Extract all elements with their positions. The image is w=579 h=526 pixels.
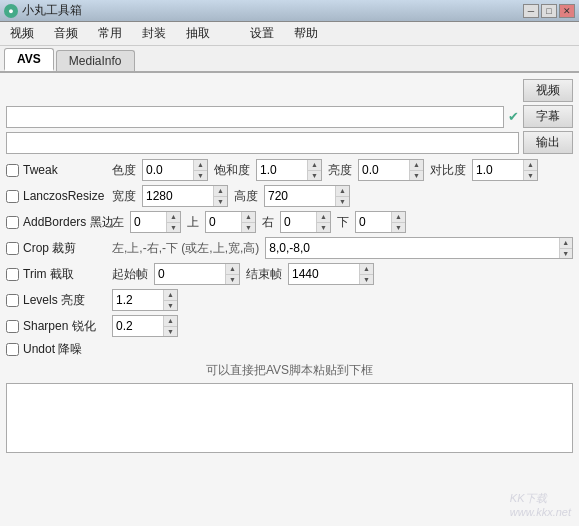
output-button[interactable]: 输出 <box>523 131 573 154</box>
start-frame-spinner[interactable]: ▲ ▼ <box>154 263 240 285</box>
tab-bar: AVS MediaInfo <box>0 46 579 73</box>
avs-script-textarea[interactable] <box>6 383 573 453</box>
minimize-button[interactable]: ─ <box>523 4 539 18</box>
video-button[interactable]: 视频 <box>523 79 573 102</box>
end-frame-spinner[interactable]: ▲ ▼ <box>288 263 374 285</box>
close-button[interactable]: ✕ <box>559 4 575 18</box>
tweak-checkbox[interactable] <box>6 164 19 177</box>
video-path-input[interactable] <box>6 106 504 128</box>
addborders-label: AddBorders 黑边 <box>23 214 123 231</box>
trim-label: Trim 截取 <box>23 266 123 283</box>
window-title: 小丸工具箱 <box>22 2 82 19</box>
crop-value-input[interactable] <box>266 238 558 258</box>
saturation-spinner[interactable]: ▲ ▼ <box>256 159 322 181</box>
end-frame-down[interactable]: ▼ <box>360 275 373 285</box>
left-spinner[interactable]: ▲ ▼ <box>130 211 181 233</box>
bottom-down[interactable]: ▼ <box>392 223 405 233</box>
menu-item-help[interactable]: 帮助 <box>284 22 328 45</box>
hue-input[interactable] <box>143 160 193 180</box>
saturation-input[interactable] <box>257 160 307 180</box>
sharpen-down[interactable]: ▼ <box>164 327 177 337</box>
left-down[interactable]: ▼ <box>167 223 180 233</box>
hue-spinner[interactable]: ▲ ▼ <box>142 159 208 181</box>
sharpen-input[interactable] <box>113 316 163 336</box>
left-up[interactable]: ▲ <box>167 212 180 223</box>
sharpen-row: Sharpen 锐化 ▲ ▼ <box>6 315 573 337</box>
trim-row: Trim 截取 起始帧 ▲ ▼ 结束帧 ▲ ▼ <box>6 263 573 285</box>
menu-item-extract[interactable]: 抽取 <box>176 22 220 45</box>
menu-item-avs[interactable] <box>220 22 240 45</box>
top-down[interactable]: ▼ <box>242 223 255 233</box>
brightness-up[interactable]: ▲ <box>410 160 423 171</box>
menu-item-video[interactable]: 视频 <box>0 22 44 45</box>
sharpen-checkbox[interactable] <box>6 320 19 333</box>
bottom-spinner[interactable]: ▲ ▼ <box>355 211 406 233</box>
maximize-button[interactable]: □ <box>541 4 557 18</box>
top-label: 上 <box>187 214 199 231</box>
width-spinner[interactable]: ▲ ▼ <box>142 185 228 207</box>
undot-checkbox[interactable] <box>6 343 19 356</box>
brightness-down[interactable]: ▼ <box>410 171 423 181</box>
levels-checkbox[interactable] <box>6 294 19 307</box>
brightness-input[interactable] <box>359 160 409 180</box>
saturation-down[interactable]: ▼ <box>308 171 321 181</box>
trim-checkbox[interactable] <box>6 268 19 281</box>
hue-down[interactable]: ▼ <box>194 171 207 181</box>
height-input[interactable] <box>265 186 335 206</box>
lanczos-checkbox[interactable] <box>6 190 19 203</box>
bottom-up[interactable]: ▲ <box>392 212 405 223</box>
contrast-input[interactable] <box>473 160 523 180</box>
crop-down[interactable]: ▼ <box>560 249 572 259</box>
right-input[interactable] <box>281 212 316 232</box>
end-frame-input[interactable] <box>289 264 359 284</box>
start-frame-input[interactable] <box>155 264 225 284</box>
height-spinner[interactable]: ▲ ▼ <box>264 185 350 207</box>
subtitle-check-icon: ✔ <box>508 109 519 124</box>
brightness-spinner[interactable]: ▲ ▼ <box>358 159 424 181</box>
levels-up[interactable]: ▲ <box>164 290 177 301</box>
contrast-label: 对比度 <box>430 162 466 179</box>
width-up[interactable]: ▲ <box>214 186 227 197</box>
bottom-input[interactable] <box>356 212 391 232</box>
right-spinner[interactable]: ▲ ▼ <box>280 211 331 233</box>
right-up[interactable]: ▲ <box>317 212 330 223</box>
width-input[interactable] <box>143 186 213 206</box>
crop-label: Crop 裁剪 <box>23 240 123 257</box>
tab-avs[interactable]: AVS <box>4 48 54 71</box>
crop-value-spinner[interactable]: ▲ ▼ <box>265 237 573 259</box>
menu-item-pack[interactable]: 封装 <box>132 22 176 45</box>
contrast-down[interactable]: ▼ <box>524 171 537 181</box>
height-up[interactable]: ▲ <box>336 186 349 197</box>
left-input[interactable] <box>131 212 166 232</box>
contrast-up[interactable]: ▲ <box>524 160 537 171</box>
width-down[interactable]: ▼ <box>214 197 227 207</box>
right-down[interactable]: ▼ <box>317 223 330 233</box>
addborders-checkbox[interactable] <box>6 216 19 229</box>
undot-row: Undot 降噪 <box>6 341 573 358</box>
levels-spinner[interactable]: ▲ ▼ <box>112 289 178 311</box>
crop-up[interactable]: ▲ <box>560 238 572 249</box>
sharpen-spinner[interactable]: ▲ ▼ <box>112 315 178 337</box>
top-spinner[interactable]: ▲ ▼ <box>205 211 256 233</box>
top-up[interactable]: ▲ <box>242 212 255 223</box>
contrast-spinner[interactable]: ▲ ▼ <box>472 159 538 181</box>
tab-mediainfo[interactable]: MediaInfo <box>56 50 135 71</box>
height-down[interactable]: ▼ <box>336 197 349 207</box>
crop-checkbox[interactable] <box>6 242 19 255</box>
start-frame-down[interactable]: ▼ <box>226 275 239 285</box>
saturation-up[interactable]: ▲ <box>308 160 321 171</box>
levels-down[interactable]: ▼ <box>164 301 177 311</box>
menu-item-common[interactable]: 常用 <box>88 22 132 45</box>
menu-item-settings[interactable]: 设置 <box>240 22 284 45</box>
subtitle-button[interactable]: 字幕 <box>523 105 573 128</box>
top-input[interactable] <box>206 212 241 232</box>
menu-item-audio[interactable]: 音频 <box>44 22 88 45</box>
levels-input[interactable] <box>113 290 163 310</box>
levels-row: Levels 亮度 ▲ ▼ <box>6 289 573 311</box>
subtitle-path-input[interactable] <box>6 132 519 154</box>
end-frame-up[interactable]: ▲ <box>360 264 373 275</box>
lanczos-row: LanczosResize 宽度 ▲ ▼ 高度 ▲ ▼ <box>6 185 573 207</box>
start-frame-up[interactable]: ▲ <box>226 264 239 275</box>
sharpen-up[interactable]: ▲ <box>164 316 177 327</box>
hue-up[interactable]: ▲ <box>194 160 207 171</box>
